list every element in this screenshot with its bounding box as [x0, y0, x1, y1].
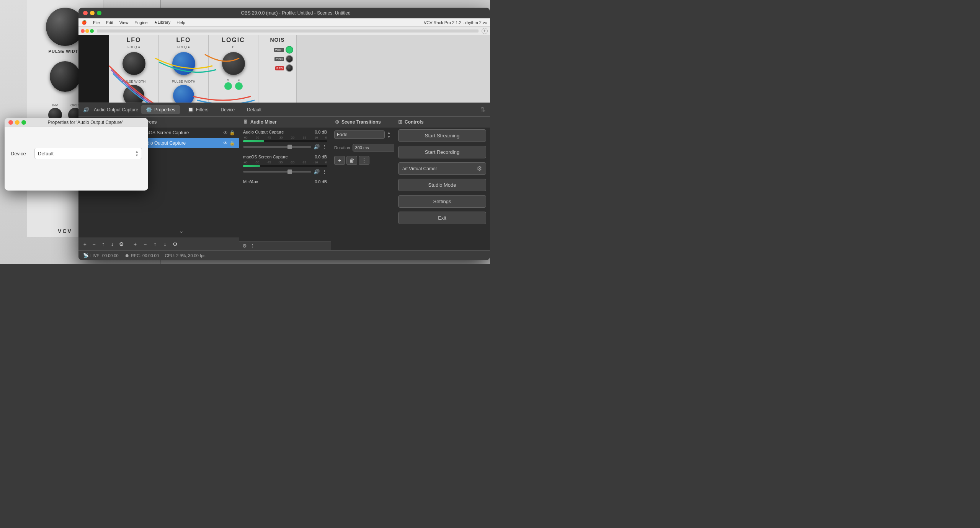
- transition-buttons-row: + 🗑 ⋮: [331, 153, 394, 167]
- rec-icon: ⏺: [125, 253, 129, 258]
- audio-gear-button[interactable]: ⚙: [242, 243, 247, 249]
- device-row: Device Default ▲▼: [11, 148, 142, 159]
- window-title: OBS 29.0.0 (mac) - Profile: Untitled - S…: [106, 10, 485, 16]
- minimize-button[interactable]: [90, 11, 95, 15]
- duration-row: Duration ▲▼: [331, 142, 394, 153]
- source-down-button[interactable]: ↓: [160, 240, 170, 249]
- virtual-camera-label: art Virtual Camer: [402, 166, 477, 171]
- source-properties-bar: 🔊 Audio Output Capture ⚙️ Properties 🔲 F…: [78, 103, 490, 116]
- audio-extra-button[interactable]: ⋮: [250, 243, 255, 249]
- device-tab[interactable]: Device: [216, 106, 239, 114]
- studio-mode-button[interactable]: Studio Mode: [398, 179, 486, 191]
- live-icon: 📡: [83, 253, 89, 258]
- source-eye-button[interactable]: 👁: [223, 130, 228, 135]
- sources-bottom-bar: + − ↑ ↓ ⚙: [128, 238, 239, 250]
- remove-source-button[interactable]: −: [140, 240, 150, 249]
- source-audio-lock-button[interactable]: 🔒: [229, 140, 235, 146]
- audio-track-1: Audio Output Capture 0.0 dB -60-55-45-35…: [239, 127, 331, 152]
- scene-settings-button[interactable]: ⚙: [117, 240, 126, 249]
- properties-dialog-titlebar: Properties for 'Audio Output Capture': [5, 118, 148, 127]
- controls-icon: ⊞: [398, 119, 402, 125]
- source-audio-actions: 👁 🔒: [223, 140, 235, 146]
- transition-type-select[interactable]: Fade Cut Swipe: [334, 130, 385, 139]
- properties-tab[interactable]: ⚙️ Properties: [141, 105, 180, 114]
- audio-mute-button-1[interactable]: 🔊: [314, 144, 320, 150]
- audio-track-2: macOS Screen Capture 0.0 dB -60-55-45-35…: [239, 152, 331, 177]
- preview-area: 🍎 FileEditViewEngine★LibraryHelp VCV Rac…: [78, 18, 490, 103]
- obs-titlebar: OBS 29.0.0 (mac) - Profile: Untitled - S…: [78, 8, 490, 18]
- transitions-icon: ⊕: [335, 119, 339, 125]
- audio-fader-row-2: 🔊 ⋮: [243, 169, 327, 174]
- source-lock-button[interactable]: 🔒: [229, 130, 235, 135]
- expand-button[interactable]: ⇅: [480, 106, 485, 113]
- audio-menu-button-2[interactable]: ⋮: [322, 169, 327, 174]
- device-select[interactable]: Default ▲▼: [34, 148, 142, 159]
- audio-fader-1[interactable]: [243, 146, 311, 148]
- filters-icon: 🔲: [188, 107, 194, 112]
- transition-arrows[interactable]: ▲▼: [387, 130, 391, 139]
- audio-meter-2: [243, 165, 327, 167]
- scenes-bottom-bar: + − ↑ ↓ ⚙: [78, 238, 128, 250]
- source-audio-eye-button[interactable]: 👁: [223, 140, 228, 146]
- controls-header: ⊞ Controls: [394, 117, 490, 127]
- start-streaming-button[interactable]: Start Streaming: [398, 129, 486, 142]
- transitions-header: ⊕ Scene Transitions: [331, 117, 394, 127]
- scene-down-button[interactable]: ↓: [108, 240, 116, 249]
- audio-mute-button-2[interactable]: 🔊: [314, 169, 320, 174]
- dialog-traffic-lights[interactable]: [8, 120, 26, 125]
- add-source-button[interactable]: +: [131, 240, 140, 249]
- close-button[interactable]: [83, 11, 88, 15]
- remove-scene-button[interactable]: −: [90, 240, 98, 249]
- add-transition-button[interactable]: +: [334, 156, 345, 165]
- cpu-status: CPU: 2.9%, 30.00 fps: [165, 253, 206, 258]
- dialog-title: Properties for 'Audio Output Capture': [26, 120, 144, 125]
- preview-content: 🍎 FileEditViewEngine★LibraryHelp VCV Rac…: [78, 18, 490, 103]
- maximize-button[interactable]: [97, 11, 101, 15]
- audio-track-3: Mic/Aux 0.0 dB: [239, 177, 331, 188]
- exit-button[interactable]: Exit: [398, 212, 486, 224]
- source-macos-actions: 👁 🔒: [223, 130, 235, 135]
- rec-status: ⏺ REC: 00:00:00: [125, 253, 159, 258]
- virtual-camera-gear[interactable]: ⚙: [477, 165, 482, 172]
- properties-dialog-content: Device Default ▲▼: [5, 127, 148, 191]
- vcv-title: VCV Rack Pro 2.1.2 - rhythm 2.vc: [424, 20, 487, 25]
- device-value-tab: Default: [242, 106, 266, 114]
- audio-fader-2[interactable]: [243, 171, 311, 173]
- properties-dialog: Properties for 'Audio Output Capture' De…: [5, 118, 148, 191]
- audio-mixer-icon: 🎚: [243, 119, 248, 125]
- scene-up-button[interactable]: ↑: [99, 240, 108, 249]
- source-settings-button[interactable]: ⚙: [170, 240, 180, 249]
- device-label: Device: [11, 151, 30, 156]
- remove-transition-button[interactable]: 🗑: [346, 156, 357, 165]
- pulse-width-label: PULSE WIDTH: [49, 49, 82, 54]
- controls-panel: ⊞ Controls Start Streaming Start Recordi…: [394, 117, 490, 250]
- audio-fader-row-1: 🔊 ⋮: [243, 144, 327, 150]
- sources-chevron-down[interactable]: ⌄: [179, 227, 184, 235]
- add-scene-button[interactable]: +: [81, 240, 89, 249]
- virtual-camera-row: art Virtual Camer ⚙: [398, 162, 486, 175]
- source-audio-icon: 🔊: [83, 107, 89, 112]
- audio-menu-button-1[interactable]: ⋮: [322, 144, 327, 150]
- source-name-display: Audio Output Capture: [94, 107, 138, 112]
- audio-mixer-panel: 🎚 Audio Mixer Audio Output Capture 0.0 d…: [239, 117, 331, 250]
- traffic-lights[interactable]: [83, 11, 101, 15]
- transition-type-row: Fade Cut Swipe ▲▼: [331, 127, 394, 142]
- source-up-button[interactable]: ↑: [150, 240, 160, 249]
- scene-transitions-panel: ⊕ Scene Transitions Fade Cut Swipe ▲▼ Du…: [331, 117, 394, 250]
- dialog-maximize-button[interactable]: [21, 120, 26, 125]
- obs-statusbar: 📡 LIVE: 00:00:00 ⏺ REC: 00:00:00 CPU: 2.…: [78, 250, 490, 260]
- dialog-close-button[interactable]: [8, 120, 13, 125]
- audio-meter-1: [243, 140, 327, 142]
- dialog-minimize-button[interactable]: [15, 120, 20, 125]
- properties-icon: ⚙️: [146, 107, 152, 112]
- start-recording-button[interactable]: Start Recording: [398, 146, 486, 158]
- audio-bottom-bar: ⚙ ⋮: [239, 241, 331, 250]
- live-status: 📡 LIVE: 00:00:00: [83, 253, 119, 258]
- settings-button[interactable]: Settings: [398, 195, 486, 208]
- transition-menu-button[interactable]: ⋮: [359, 156, 369, 165]
- audio-meter-labels-1: -60-55-45-35-25-15-100: [243, 136, 327, 139]
- audio-meter-labels-2: -60-55-45-35-25-15-100: [243, 161, 327, 164]
- audio-mixer-header: 🎚 Audio Mixer: [239, 117, 331, 127]
- filters-tab[interactable]: 🔲 Filters: [183, 105, 213, 114]
